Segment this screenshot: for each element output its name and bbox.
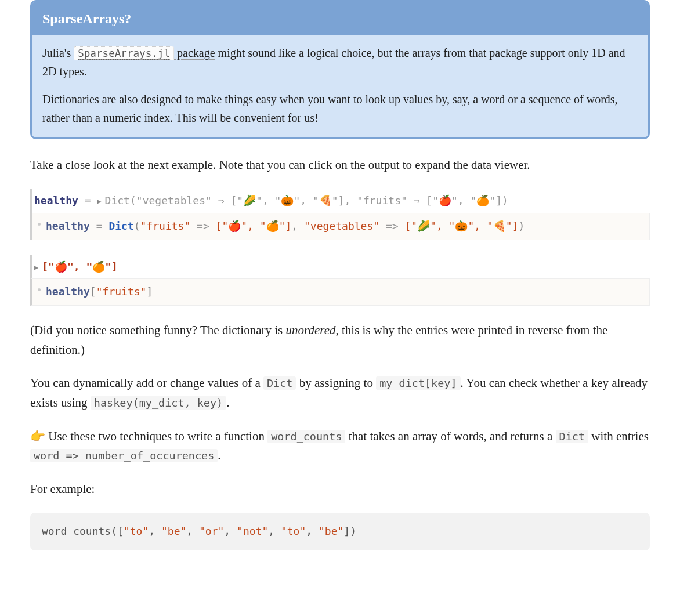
input-fn: Dict bbox=[108, 220, 133, 232]
code-comma: , bbox=[186, 525, 199, 537]
code-comma: , bbox=[224, 525, 237, 537]
code-comma: , bbox=[149, 525, 161, 537]
pointing-hand-icon: 👉 bbox=[30, 429, 45, 443]
input-punc: ] bbox=[146, 285, 153, 298]
code-str: "or" bbox=[199, 525, 224, 537]
cell-1-output[interactable]: healthy = ▶Dict("vegetables" ⇒ ["🌽", "🎃"… bbox=[30, 189, 650, 213]
code-mydict-key: my_dict[key] bbox=[376, 376, 460, 390]
output-arrow: ⇒ bbox=[407, 194, 426, 206]
input-punc: [ bbox=[90, 285, 96, 298]
output-val: ["🍎", "🍊"] bbox=[426, 194, 502, 206]
code-dict: Dict bbox=[556, 430, 588, 443]
text: Use these two techniques to write a func… bbox=[45, 429, 267, 443]
code-word-counts: word_counts bbox=[267, 430, 345, 443]
code-cell-2: ▶["🍎", "🍊"] healthy["fruits"] bbox=[30, 255, 650, 306]
code-fn: word_counts bbox=[42, 525, 111, 537]
code-str: "be" bbox=[161, 525, 186, 537]
callout-title: SparseArrays? bbox=[32, 2, 648, 35]
task-paragraph: 👉 Use these two techniques to write a fu… bbox=[30, 427, 650, 466]
callout-text: Julia's bbox=[42, 46, 74, 59]
code-str: "to" bbox=[281, 525, 306, 537]
code-comma: , bbox=[306, 525, 319, 537]
input-var: healthy bbox=[46, 285, 90, 298]
code-entry: word => number_of_occurences bbox=[30, 449, 218, 462]
expand-icon[interactable]: ▶ bbox=[34, 262, 38, 273]
code-haskey: haskey(my_dict, key) bbox=[91, 396, 226, 410]
output-punc: ) bbox=[502, 194, 508, 206]
code-punc: ]) bbox=[343, 525, 356, 537]
code-comma: , bbox=[268, 525, 281, 537]
input-var: healthy bbox=[46, 220, 90, 232]
input-key: "fruits" bbox=[96, 285, 147, 298]
callout-body: Julia's SparseArrays.jl package might so… bbox=[32, 35, 648, 137]
input-val: ["🌽", "🎃", "🍕"] bbox=[404, 220, 518, 232]
code-str: "to" bbox=[124, 525, 149, 537]
output-key: "vegetables" bbox=[136, 194, 212, 206]
code-cell-1: healthy = ▶Dict("vegetables" ⇒ ["🌽", "🎃"… bbox=[30, 189, 650, 240]
sparsearrays-code: SparseArrays.jl bbox=[74, 46, 174, 60]
example-codeblock: word_counts(["to", "be", "or", "not", "t… bbox=[30, 513, 650, 550]
sparsearrays-link[interactable]: SparseArrays.jl package bbox=[74, 46, 215, 59]
output-key: "fruits" bbox=[357, 194, 407, 206]
input-val: ["🍎", "🍊"] bbox=[216, 220, 292, 232]
text: (Did you notice something funny? The dic… bbox=[30, 323, 286, 337]
link-suffix: package bbox=[174, 46, 215, 59]
cell-dot-icon bbox=[38, 223, 41, 226]
input-sep: , bbox=[291, 220, 304, 232]
text: You can dynamically add or change values… bbox=[30, 376, 263, 390]
intro-paragraph: Take a close look at the next example. N… bbox=[30, 155, 650, 175]
cell-1-input[interactable]: healthy = Dict("fruits" => ["🍎", "🍊"], "… bbox=[30, 213, 650, 240]
code-dict: Dict bbox=[263, 376, 296, 390]
callout-sparsearrays: SparseArrays? Julia's SparseArrays.jl pa… bbox=[30, 0, 650, 139]
for-example: For example: bbox=[30, 480, 650, 499]
code-str: "be" bbox=[319, 525, 343, 537]
text: . bbox=[218, 448, 220, 462]
expand-icon[interactable]: ▶ bbox=[97, 196, 101, 207]
unordered-paragraph: (Did you notice something funny? The dic… bbox=[30, 321, 650, 360]
input-punc: ) bbox=[518, 220, 525, 232]
input-arrow: => bbox=[190, 220, 215, 232]
output-punc: ( bbox=[130, 194, 136, 206]
code-punc: ([ bbox=[111, 525, 124, 537]
input-eq: = bbox=[90, 220, 109, 232]
output-fn: Dict bbox=[105, 194, 130, 206]
input-key: "vegetables" bbox=[304, 220, 379, 232]
output-var: healthy bbox=[34, 194, 78, 206]
output-eq: = bbox=[78, 194, 97, 206]
text: by assigning to bbox=[296, 376, 376, 390]
cell-2-input[interactable]: healthy["fruits"] bbox=[30, 278, 650, 306]
callout-para-2: Dictionaries are also designed to make t… bbox=[42, 90, 638, 127]
text: with entries bbox=[588, 429, 649, 443]
unordered-em: unordered bbox=[286, 323, 336, 337]
text: . bbox=[226, 396, 229, 410]
input-punc: ( bbox=[134, 220, 140, 232]
input-arrow: => bbox=[379, 220, 404, 232]
output-val: ["🌽", "🎃", "🍕"] bbox=[230, 194, 344, 206]
cell-2-output[interactable]: ▶["🍎", "🍊"] bbox=[30, 255, 650, 279]
text: that takes an array of words, and return… bbox=[345, 429, 555, 443]
output-val: ["🍎", "🍊"] bbox=[42, 260, 118, 273]
code-str: "not" bbox=[237, 525, 268, 537]
input-key: "fruits" bbox=[140, 220, 191, 232]
callout-para-1: Julia's SparseArrays.jl package might so… bbox=[42, 44, 638, 81]
output-sep: , bbox=[344, 194, 357, 206]
dynamic-paragraph: You can dynamically add or change values… bbox=[30, 374, 650, 412]
cell-dot-icon bbox=[38, 288, 41, 291]
output-arrow: ⇒ bbox=[212, 194, 231, 206]
